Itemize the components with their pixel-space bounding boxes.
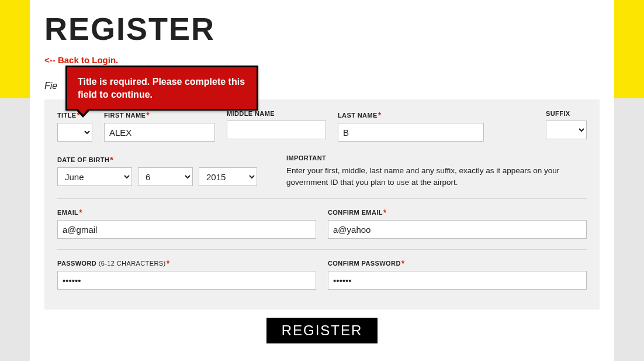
required-asterisk: * [378, 111, 382, 120]
confirm-password-input[interactable] [328, 271, 587, 290]
dob-month-select[interactable]: June [57, 167, 132, 186]
dob-field: DATE OF BIRTH* June 6 2015 [57, 154, 257, 188]
required-asterisk: * [401, 259, 405, 268]
error-tooltip: Title is required. Please complete this … [65, 66, 258, 111]
title-select[interactable] [57, 123, 92, 142]
dob-year-select[interactable]: 2015 [199, 167, 257, 186]
required-asterisk: * [383, 208, 387, 217]
last-name-label: LAST NAME* [338, 110, 484, 119]
important-body: Enter your first, middle, last name and … [286, 165, 587, 188]
dob-label: DATE OF BIRTH* [57, 154, 257, 164]
password-field: PASSWORD (6-12 CHARACTERS)* [57, 258, 316, 290]
password-label: PASSWORD (6-12 CHARACTERS)* [57, 258, 316, 267]
required-asterisk: * [110, 155, 113, 164]
required-asterisk: * [146, 111, 150, 120]
page-title: REGISTER [44, 11, 600, 47]
brand-stripe-left [0, 0, 30, 98]
middle-name-label: MIDDLE NAME [227, 110, 326, 117]
middle-name-input[interactable] [227, 121, 326, 139]
required-asterisk: * [167, 259, 170, 268]
email-field: EMAIL* [57, 207, 316, 239]
email-label: EMAIL* [57, 207, 316, 216]
important-heading: IMPORTANT [286, 154, 587, 161]
section-divider [57, 249, 587, 250]
brand-stripe-right [614, 0, 644, 98]
suffix-label: SUFFIX [546, 110, 587, 117]
important-note: IMPORTANT Enter your first, middle, last… [286, 154, 587, 188]
confirm-email-field: CONFIRM EMAIL* [328, 207, 587, 239]
confirm-password-label: CONFIRM PASSWORD* [328, 258, 587, 267]
middle-name-field: MIDDLE NAME [227, 110, 326, 142]
dob-day-select[interactable]: 6 [138, 167, 193, 186]
confirm-email-input[interactable] [328, 220, 587, 239]
password-input[interactable] [57, 271, 316, 290]
page-surface: REGISTER <-- Back to Login. Fie Title is… [30, 0, 614, 361]
register-form: Title is required. Please complete this … [44, 99, 600, 310]
last-name-field: LAST NAME* [338, 110, 484, 142]
confirm-password-field: CONFIRM PASSWORD* [328, 258, 587, 290]
first-name-field: FIRST NAME* [104, 110, 215, 142]
back-to-login-link[interactable]: <-- Back to Login. [44, 55, 118, 65]
register-button[interactable]: REGISTER [266, 318, 378, 343]
suffix-field: SUFFIX [546, 110, 587, 142]
confirm-email-label: CONFIRM EMAIL* [328, 207, 587, 216]
suffix-select[interactable] [546, 121, 587, 139]
required-asterisk: * [79, 208, 82, 217]
section-divider [57, 198, 587, 199]
email-input[interactable] [57, 220, 316, 239]
last-name-input[interactable] [338, 123, 484, 142]
first-name-label: FIRST NAME* [104, 110, 215, 119]
first-name-input[interactable] [104, 123, 215, 142]
